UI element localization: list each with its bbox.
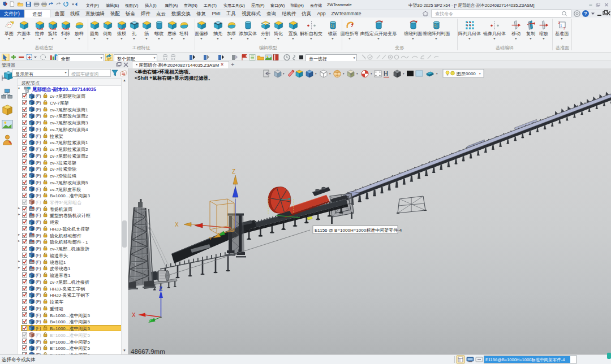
svg-text:48667.9mm: 48667.9mm bbox=[131, 348, 165, 354]
svg-text:E1156 @ B=1000H=1000标准中间架零件-4: E1156 @ B=1000H=1000标准中间架零件-4 bbox=[315, 228, 402, 233]
svg-text:Z: Z bbox=[232, 168, 235, 175]
svg-text:Y: Y bbox=[209, 236, 212, 241]
svg-text:查找命令: 查找命令 bbox=[435, 11, 453, 16]
svg-text:Z: Z bbox=[159, 286, 162, 292]
svg-text:X: X bbox=[132, 312, 136, 318]
svg-text:?: ? bbox=[584, 11, 587, 16]
svg-text:X: X bbox=[175, 222, 179, 228]
